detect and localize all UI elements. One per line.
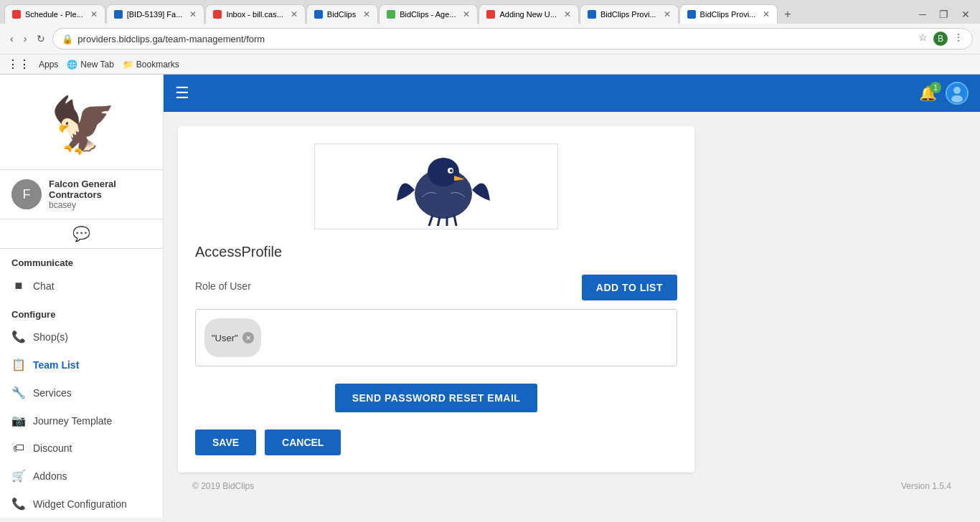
- sidebar-item-widget-configuration[interactable]: 📞 Widget Configuration: [0, 490, 163, 518]
- bookmarks-folder[interactable]: 📁 Bookmarks: [123, 60, 179, 70]
- tag-remove-button[interactable]: ✕: [242, 332, 254, 343]
- tab-favicon-2: [213, 10, 222, 19]
- apps-bookmark[interactable]: Apps: [39, 60, 58, 70]
- apps-grid-icon[interactable]: ⋮⋮: [7, 57, 30, 71]
- address-bar-row: ‹ › ↻ 🔒 providers.bidclips.ga/team-manag…: [0, 24, 980, 54]
- chat-icon-row: 💬: [0, 219, 163, 249]
- tab-bar: Schedule - Ple... ✕ [BID-5139] Fa... ✕ I…: [0, 0, 980, 24]
- sidebar-item-discount[interactable]: 🏷 Discount: [0, 435, 163, 462]
- logo-upload-area[interactable]: [314, 143, 558, 229]
- user-section: F Falcon General Contractors bcasey: [0, 170, 163, 219]
- sidebar-item-label: Team List: [33, 359, 151, 371]
- browser-chrome: Schedule - Ple... ✕ [BID-5139] Fa... ✕ I…: [0, 0, 980, 75]
- tab-close-5[interactable]: ✕: [564, 9, 571, 19]
- hamburger-icon[interactable]: ☰: [175, 84, 189, 103]
- browser-tab-6[interactable]: BidClips Provi... ✕: [580, 4, 679, 24]
- avatar: F: [11, 179, 42, 209]
- user-avatar-topbar[interactable]: [946, 82, 969, 105]
- close-button[interactable]: ✕: [956, 6, 976, 23]
- send-password-reset-button[interactable]: SEND PASSWORD RESET EMAIL: [335, 384, 538, 412]
- folder-icon: 📁: [123, 60, 133, 70]
- sidebar-icon-0: 📞: [11, 330, 26, 343]
- tab-close-1[interactable]: ✕: [189, 9, 197, 19]
- app-wrapper: 🦅 F Falcon General Contractors bcasey 💬 …: [0, 75, 980, 518]
- chat-nav-icon: ■: [11, 278, 26, 293]
- restore-button[interactable]: ❐: [933, 6, 954, 23]
- copyright-text: © 2019 BidClips: [192, 481, 254, 491]
- sidebar-item-addons[interactable]: 🛒 Addons: [0, 462, 163, 490]
- message-icon[interactable]: 💬: [72, 225, 90, 242]
- tab-close-0[interactable]: ✕: [90, 9, 98, 19]
- browser-tab-1[interactable]: [BID-5139] Fa... ✕: [106, 4, 205, 24]
- sidebar-logo: 🦅: [0, 75, 163, 170]
- communicate-section-label: Communicate: [0, 249, 163, 271]
- tag-label: "User": [212, 333, 238, 343]
- url-text: providers.bidclips.ga/team-management/fo…: [77, 34, 265, 44]
- tab-favicon-1: [114, 10, 123, 19]
- configure-section-label: Configure: [0, 300, 163, 323]
- tab-close-6[interactable]: ✕: [664, 9, 671, 19]
- menu-icon[interactable]: ⋮: [953, 32, 963, 46]
- svg-point-4: [953, 87, 961, 94]
- save-button[interactable]: SAVE: [195, 430, 256, 455]
- svg-point-5: [951, 95, 963, 103]
- refresh-button[interactable]: ↻: [34, 30, 48, 47]
- tab-title-3: BidClips: [327, 10, 356, 19]
- tab-favicon-3: [314, 10, 323, 19]
- svg-text:🦅: 🦅: [50, 93, 117, 157]
- tab-title-6: BidClips Provi...: [600, 10, 656, 19]
- sidebar-icon-4: 🏷: [11, 442, 26, 455]
- content-card: AccessProfile Role of User ADD TO LIST "…: [178, 126, 694, 473]
- sidebar-item-label: Services: [33, 387, 151, 399]
- browser-tab-0[interactable]: Schedule - Ple... ✕: [4, 4, 105, 24]
- browser-tab-2[interactable]: Inbox - bill.cas... ✕: [205, 4, 305, 24]
- tab-favicon-5: [486, 10, 495, 19]
- top-bar-icons: 🔔 1: [919, 82, 969, 105]
- tab-favicon-7: [687, 10, 696, 19]
- action-row: SAVE CANCEL: [195, 430, 677, 455]
- sidebar-item-shop(s)[interactable]: 📞 Shop(s): [0, 323, 163, 351]
- svg-point-9: [450, 169, 453, 172]
- svg-point-7: [428, 158, 459, 186]
- window-controls: ─ ❐ ✕: [913, 6, 976, 23]
- back-button[interactable]: ‹: [7, 30, 17, 47]
- tab-title-1: [BID-5139] Fa...: [127, 10, 183, 19]
- add-to-list-button[interactable]: ADD TO LIST: [582, 275, 677, 300]
- tab-favicon-4: [387, 10, 395, 19]
- sidebar-item-label: Addons: [33, 470, 151, 482]
- cancel-button[interactable]: CANCEL: [265, 430, 341, 455]
- browser-tab-3[interactable]: BidClips ✕: [306, 4, 378, 24]
- sidebar-item-journey-template[interactable]: 📷 Journey Template: [0, 407, 163, 435]
- notification-bell[interactable]: 🔔 1: [919, 85, 937, 102]
- tab-favicon-0: [12, 10, 21, 19]
- minimize-button[interactable]: ─: [913, 6, 932, 23]
- tab-title-7: BidClips Provi...: [700, 10, 756, 19]
- new-tab-button[interactable]: +: [778, 5, 796, 24]
- sidebar-item-label: Journey Template: [33, 415, 151, 427]
- tab-close-2[interactable]: ✕: [291, 9, 298, 19]
- sidebar-item-team-list[interactable]: 📋 Team List: [0, 351, 163, 379]
- tab-close-3[interactable]: ✕: [363, 9, 370, 19]
- address-bar[interactable]: 🔒 providers.bidclips.ga/team-management/…: [52, 28, 973, 49]
- new-tab-bookmark[interactable]: 🌐 New Tab: [67, 60, 113, 70]
- sidebar-icon-5: 🛒: [11, 469, 26, 483]
- role-label: Role of User: [195, 275, 251, 292]
- browser-tab-4[interactable]: BidClips - Age... ✕: [379, 4, 478, 24]
- bookmarks-bar: ⋮⋮ Apps 🌐 New Tab 📁 Bookmarks: [0, 54, 980, 74]
- svg-text:F: F: [23, 187, 31, 201]
- tab-close-4[interactable]: ✕: [463, 9, 470, 19]
- sidebar-item-chat[interactable]: ■ Chat: [0, 271, 163, 300]
- sidebar-item-label: Chat: [33, 280, 151, 292]
- browser-tab-5[interactable]: Adding New U... ✕: [479, 4, 578, 24]
- star-icon[interactable]: ☆: [918, 32, 928, 46]
- tab-close-7[interactable]: ✕: [763, 9, 770, 19]
- sidebar-item-services[interactable]: 🔧 Services: [0, 379, 163, 407]
- user-handle: bcasey: [49, 200, 151, 210]
- browser-tab-7[interactable]: BidClips Provi... ✕: [679, 4, 778, 24]
- tab-title-5: Adding New U...: [499, 10, 556, 19]
- sidebar-icon-6: 📞: [11, 497, 26, 511]
- sidebar-icon-2: 🔧: [11, 386, 26, 399]
- account-icon[interactable]: B: [933, 32, 948, 46]
- section-title: AccessProfile: [195, 244, 677, 260]
- forward-button[interactable]: ›: [21, 30, 30, 47]
